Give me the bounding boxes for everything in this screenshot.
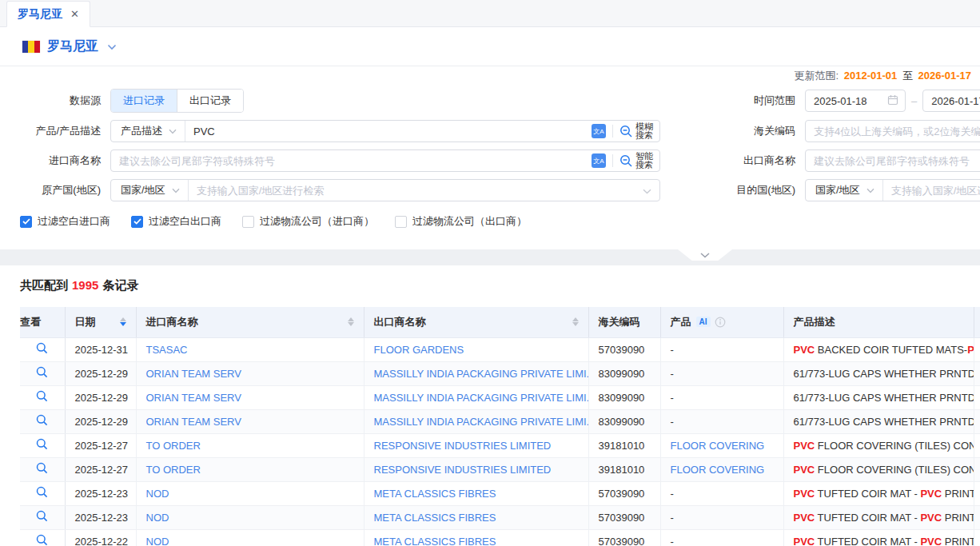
exporter-link[interactable]: MASSILLY INDIA PACKAGING PRIVATE LIMI... [374, 368, 589, 380]
table-row: 2025-12-22NODMETA CLASSICS FIBRES5703909… [20, 529, 980, 546]
column-header-date[interactable]: 日期 [65, 307, 136, 337]
destination-type-select[interactable]: 国家/地区 [806, 180, 883, 201]
filter-checkbox-1[interactable]: 过滤空白出口商 [131, 214, 221, 229]
data-source-toggle: 进口记录 出口记录 [110, 89, 244, 113]
view-record-icon[interactable] [36, 390, 48, 402]
importer-link[interactable]: ORIAN TEAM SERV [146, 392, 241, 404]
view-cell[interactable] [20, 481, 65, 505]
view-record-icon[interactable] [36, 534, 48, 546]
chevron-down-icon[interactable] [107, 41, 117, 53]
importer-link[interactable]: NOD [146, 512, 169, 524]
column-header-importer[interactable]: 进口商名称 [136, 307, 364, 337]
exporter-link[interactable]: FLOOR GARDENS [374, 344, 464, 356]
view-record-icon[interactable] [36, 438, 48, 450]
tab-close-icon[interactable]: ✕ [70, 9, 79, 19]
importer-link[interactable]: ORIAN TEAM SERV [146, 368, 241, 380]
hs-code-input[interactable] [806, 121, 980, 141]
export-records-button[interactable]: 出口记录 [177, 90, 243, 112]
view-record-icon[interactable] [36, 462, 48, 474]
extra-cell [974, 505, 980, 529]
time-range-label: 时间范围 [660, 94, 805, 108]
origin-type-select[interactable]: 国家/地区 [111, 180, 189, 201]
importer-link[interactable]: NOD [146, 488, 169, 500]
filter-checkbox-3[interactable]: 过滤物流公司（出口商） [395, 214, 527, 229]
exporter-link[interactable]: RESPONSIVE INDUSTRIES LIMITED [374, 464, 552, 476]
filter-row-importer: 进口商名称 文A 智能 搜索 出口商名称 [0, 149, 980, 172]
destination-country-input[interactable] [883, 180, 980, 201]
exporter-link[interactable]: RESPONSIVE INDUSTRIES LIMITED [374, 440, 552, 452]
importer-cell: ORIAN TEAM SERV [136, 409, 364, 433]
view-record-icon[interactable] [36, 486, 48, 498]
view-cell[interactable] [20, 457, 65, 481]
tab-romania[interactable]: 罗马尼亚 ✕ [6, 1, 90, 27]
view-cell[interactable] [20, 529, 65, 546]
update-range: 更新范围: 2012-01-01 至 2026-01-17 [0, 66, 974, 82]
hs-code-cell: 57039090 [588, 337, 660, 361]
table-row: 2025-12-29ORIAN TEAM SERVMASSILLY INDIA … [20, 409, 980, 433]
import-records-button[interactable]: 进口记录 [111, 90, 177, 112]
filter-checkbox-2[interactable]: 过滤物流公司（进口商） [242, 214, 374, 229]
start-date-input[interactable]: 2025-01-18 [805, 90, 906, 112]
view-record-icon[interactable] [36, 342, 48, 354]
importer-name-input[interactable] [111, 150, 592, 171]
checkbox-checked-icon[interactable] [131, 216, 143, 228]
view-record-icon[interactable] [36, 510, 48, 522]
exporter-link[interactable]: MASSILLY INDIA PACKAGING PRIVATE LIMI... [374, 392, 589, 404]
data-source-label: 数据源 [0, 94, 110, 108]
product-cell: - [660, 337, 783, 361]
checkbox-checked-icon[interactable] [20, 216, 32, 228]
view-cell[interactable] [20, 433, 65, 457]
checkbox-unchecked-icon[interactable] [395, 216, 407, 228]
view-record-icon[interactable] [36, 414, 48, 426]
column-header-product: 产品AI [660, 307, 783, 337]
importer-cell: TO ORDER [136, 433, 364, 457]
fuzzy-search-button[interactable]: 模糊 搜索 [619, 122, 659, 140]
view-cell[interactable] [20, 409, 65, 433]
end-date-input[interactable]: 2026-01-17 [922, 90, 980, 112]
product-search-input[interactable] [185, 121, 592, 141]
checkbox-unchecked-icon[interactable] [242, 216, 254, 228]
view-cell[interactable] [20, 385, 65, 409]
importer-link[interactable]: NOD [146, 536, 169, 546]
exporter-link[interactable]: META CLASSICS FIBRES [374, 536, 496, 546]
product-cell: - [660, 481, 783, 505]
exporter-link[interactable]: META CLASSICS FIBRES [374, 488, 496, 500]
product-cell: - [660, 361, 783, 385]
importer-link[interactable]: TO ORDER [146, 464, 201, 476]
importer-cell: NOD [136, 529, 364, 546]
smart-search-button[interactable]: 智能 搜索 [619, 152, 659, 169]
exporter-name-input[interactable] [806, 150, 980, 171]
view-cell[interactable] [20, 505, 65, 529]
product-type-select[interactable]: 产品描述 [111, 121, 185, 141]
collapse-panel-handle[interactable] [678, 249, 732, 261]
info-icon[interactable] [715, 317, 726, 328]
hs-code-cell: 39181010 [588, 433, 660, 457]
view-cell[interactable] [20, 361, 65, 385]
exporter-link[interactable]: MASSILLY INDIA PACKAGING PRIVATE LIMI... [374, 416, 589, 428]
view-cell[interactable] [20, 337, 65, 361]
table-row: 2025-12-23NODMETA CLASSICS FIBRES5703909… [20, 505, 980, 529]
sort-carets-icon[interactable] [341, 317, 354, 326]
importer-link[interactable]: TO ORDER [146, 440, 201, 452]
filter-checkbox-0[interactable]: 过滤空白进口商 [20, 214, 110, 229]
origin-country-input[interactable] [189, 180, 639, 201]
product-cell: FLOOR COVERING [660, 433, 783, 457]
translate-icon[interactable]: 文A [592, 153, 606, 168]
product-cell: - [660, 409, 783, 433]
exporter-cell: MASSILLY INDIA PACKAGING PRIVATE LIMI... [364, 361, 588, 385]
chevron-down-icon [172, 188, 180, 193]
importer-link[interactable]: ORIAN TEAM SERV [146, 416, 241, 428]
sort-carets-icon[interactable] [114, 317, 126, 326]
importer-link[interactable]: TSASAC [146, 344, 188, 356]
update-range-label: 更新范围: [795, 70, 839, 82]
exporter-link[interactable]: META CLASSICS FIBRES [374, 512, 496, 524]
table-row: 2025-12-27TO ORDERRESPONSIVE INDUSTRIES … [20, 457, 980, 481]
translate-icon[interactable]: 文A [592, 124, 606, 138]
product-link[interactable]: FLOOR COVERING [671, 464, 765, 476]
view-record-icon[interactable] [36, 366, 48, 378]
sort-carets-icon[interactable] [566, 317, 579, 326]
product-link[interactable]: FLOOR COVERING [671, 440, 765, 452]
filter-row-datasource: 数据源 进口记录 出口记录 时间范围 2025-01-18 – 2026-01-… [0, 89, 980, 113]
exporter-cell: RESPONSIVE INDUSTRIES LIMITED [364, 457, 588, 481]
column-header-exporter[interactable]: 出口商名称 [364, 307, 588, 337]
